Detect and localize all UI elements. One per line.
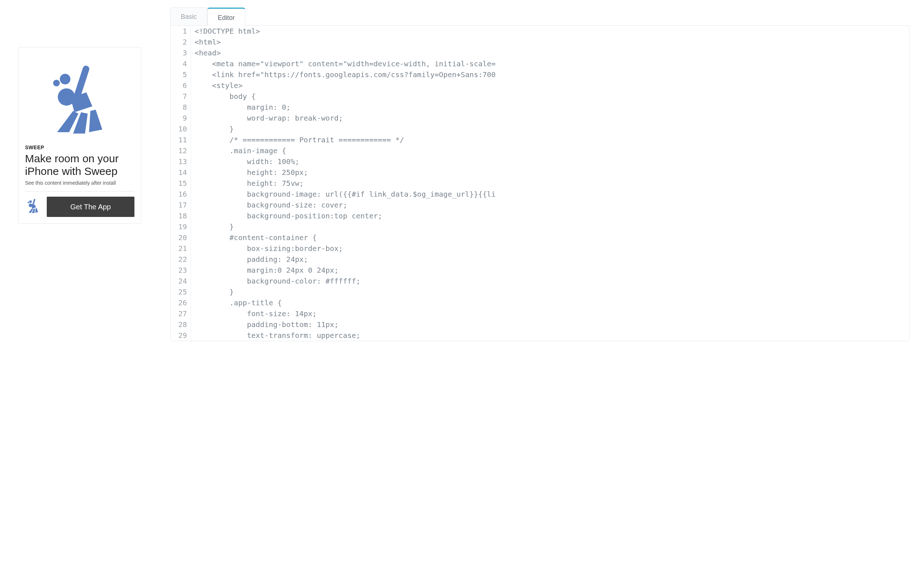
code-line[interactable]: 25 }	[171, 286, 909, 298]
preview-app-title: SWEEP	[25, 145, 134, 153]
code-line[interactable]: 28 padding-bottom: 11px;	[171, 319, 909, 330]
line-number: 17	[171, 199, 191, 210]
code-line[interactable]: 3<head>	[171, 48, 909, 58]
broom-icon-small	[25, 198, 42, 216]
code-line[interactable]: 20 #content-container {	[171, 232, 909, 243]
code-line-content[interactable]: <head>	[191, 48, 909, 58]
line-number: 19	[171, 221, 191, 232]
code-line-content[interactable]: <style>	[191, 80, 909, 91]
line-number: 2	[171, 36, 191, 48]
line-number: 25	[171, 286, 191, 298]
code-line[interactable]: 29 text-transform: uppercase;	[171, 330, 909, 341]
code-line-content[interactable]: <!DOCTYPE html>	[191, 26, 909, 36]
code-line[interactable]: 6 <style>	[171, 80, 909, 91]
code-line-content[interactable]: background-size: cover;	[191, 199, 909, 210]
line-number: 20	[171, 232, 191, 243]
tab-editor[interactable]: Editor	[207, 8, 245, 26]
code-line-content[interactable]: background-position:top center;	[191, 210, 909, 221]
code-line-content[interactable]: width: 100%;	[191, 156, 909, 167]
tab-basic[interactable]: Basic	[170, 7, 207, 25]
line-number: 15	[171, 178, 191, 189]
code-line[interactable]: 19 }	[171, 221, 909, 232]
get-the-app-button[interactable]: Get The App	[47, 197, 134, 217]
line-number: 9	[171, 113, 191, 123]
code-line[interactable]: 13 width: 100%;	[171, 156, 909, 167]
code-line[interactable]: 18 background-position:top center;	[171, 210, 909, 221]
line-number: 10	[171, 123, 191, 134]
code-line-content[interactable]: .app-title {	[191, 298, 909, 308]
code-line-content[interactable]: body {	[191, 91, 909, 102]
line-number: 16	[171, 189, 191, 199]
code-line[interactable]: 17 background-size: cover;	[171, 199, 909, 210]
preview-sub-note: See this content immediately after insta…	[25, 178, 134, 191]
line-number: 21	[171, 243, 191, 254]
code-line-content[interactable]: padding: 24px;	[191, 254, 909, 265]
code-line-content[interactable]: background-color: #ffffff;	[191, 276, 909, 286]
line-number: 22	[171, 254, 191, 265]
code-line[interactable]: 4 <meta name="viewport" content="width=d…	[171, 58, 909, 69]
code-line-content[interactable]: background-image: url({{#if link_data.$o…	[191, 189, 909, 199]
preview-cta-row: Get The App	[25, 197, 134, 217]
code-line[interactable]: 23 margin:0 24px 0 24px;	[171, 265, 909, 276]
code-line[interactable]: 1<!DOCTYPE html>	[171, 26, 909, 36]
code-line[interactable]: 14 height: 250px;	[171, 167, 909, 178]
code-line[interactable]: 11 /* ============ Portrait ============…	[171, 134, 909, 145]
code-line-content[interactable]: height: 250px;	[191, 167, 909, 178]
line-number: 8	[171, 102, 191, 113]
line-number: 4	[171, 58, 191, 69]
divider	[25, 191, 134, 192]
code-line[interactable]: 12 .main-image {	[171, 145, 909, 156]
line-number: 18	[171, 210, 191, 221]
line-number: 24	[171, 276, 191, 286]
line-number: 6	[171, 80, 191, 91]
code-line[interactable]: 10 }	[171, 123, 909, 134]
svg-point-1	[60, 74, 70, 84]
code-line-content[interactable]: word-wrap: break-word;	[191, 113, 909, 123]
line-number: 23	[171, 265, 191, 276]
code-line-content[interactable]: height: 75vw;	[191, 178, 909, 189]
code-line[interactable]: 16 background-image: url({{#if link_data…	[171, 189, 909, 199]
code-line[interactable]: 9 word-wrap: break-word;	[171, 113, 909, 123]
code-line[interactable]: 7 body {	[171, 91, 909, 102]
code-line-content[interactable]: font-size: 14px;	[191, 308, 909, 319]
svg-point-5	[29, 200, 32, 203]
line-number: 3	[171, 48, 191, 58]
code-line-content[interactable]: margin:0 24px 0 24px;	[191, 265, 909, 276]
code-line-content[interactable]: padding-bottom: 11px;	[191, 319, 909, 330]
code-line-content[interactable]: #content-container {	[191, 232, 909, 243]
code-line-content[interactable]: }	[191, 221, 909, 232]
code-line[interactable]: 21 box-sizing:border-box;	[171, 243, 909, 254]
code-line[interactable]: 22 padding: 24px;	[171, 254, 909, 265]
line-number: 26	[171, 298, 191, 308]
code-line-content[interactable]: /* ============ Portrait ============ */	[191, 134, 909, 145]
code-line-content[interactable]: margin: 0;	[191, 102, 909, 113]
code-line-content[interactable]: }	[191, 123, 909, 134]
line-number: 29	[171, 330, 191, 341]
code-line-content[interactable]: .main-image {	[191, 145, 909, 156]
code-line-content[interactable]: <html>	[191, 36, 909, 48]
line-number: 1	[171, 26, 191, 36]
preview-main-image	[25, 58, 134, 145]
code-line-content[interactable]: box-sizing:border-box;	[191, 243, 909, 254]
code-line[interactable]: 24 background-color: #ffffff;	[171, 276, 909, 286]
code-line-content[interactable]: <link href="https://fonts.googleapis.com…	[191, 69, 909, 80]
code-editor[interactable]: 1<!DOCTYPE html>2<html>3<head>4 <meta na…	[170, 25, 909, 341]
code-line-content[interactable]: }	[191, 286, 909, 298]
code-line-content[interactable]: <meta name="viewport" content="width=dev…	[191, 58, 909, 69]
line-number: 12	[171, 145, 191, 156]
svg-point-4	[28, 201, 29, 203]
preview-headline: Make room on your iPhone with Sweep	[25, 153, 134, 178]
code-line[interactable]: 26 .app-title {	[171, 298, 909, 308]
line-number: 14	[171, 167, 191, 178]
line-number: 27	[171, 308, 191, 319]
broom-icon	[40, 61, 120, 141]
code-line-content[interactable]: text-transform: uppercase;	[191, 330, 909, 341]
code-line[interactable]: 5 <link href="https://fonts.googleapis.c…	[171, 69, 909, 80]
code-line[interactable]: 27 font-size: 14px;	[171, 308, 909, 319]
code-line[interactable]: 8 margin: 0;	[171, 102, 909, 113]
line-number: 13	[171, 156, 191, 167]
code-line[interactable]: 2<html>	[171, 36, 909, 48]
line-number: 5	[171, 69, 191, 80]
code-line[interactable]: 15 height: 75vw;	[171, 178, 909, 189]
line-number: 11	[171, 134, 191, 145]
